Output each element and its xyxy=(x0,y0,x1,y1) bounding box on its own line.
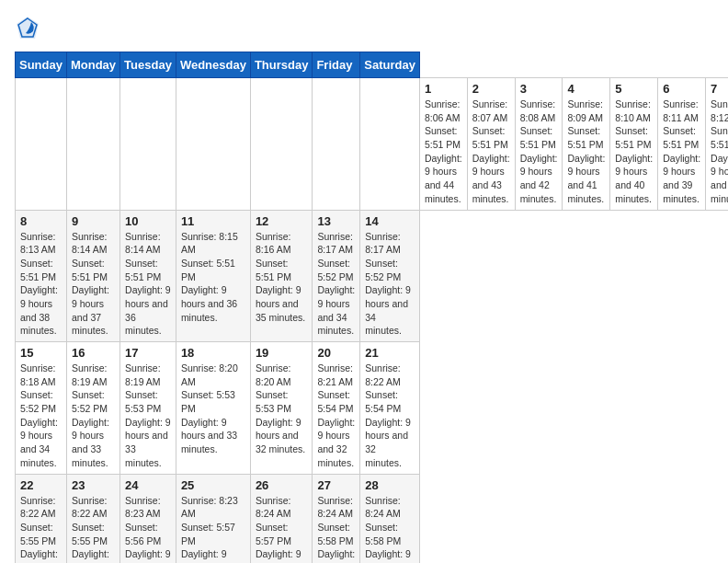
calendar-week-2: 8Sunrise: 8:13 AMSunset: 5:51 PMDaylight… xyxy=(16,210,729,342)
day-info: Sunrise: 8:22 AMSunset: 5:55 PMDaylight:… xyxy=(20,494,62,564)
day-info: Sunrise: 8:24 AMSunset: 5:58 PMDaylight:… xyxy=(317,494,355,564)
calendar-header-monday: Monday xyxy=(66,52,119,78)
day-number: 3 xyxy=(520,82,558,96)
day-info: Sunrise: 8:17 AMSunset: 5:52 PMDaylight:… xyxy=(317,230,355,339)
day-number: 21 xyxy=(365,346,415,360)
calendar-header-row: SundayMondayTuesdayWednesdayThursdayFrid… xyxy=(16,52,729,78)
calendar-day-7: 7Sunrise: 8:12 AMSunset: 5:51 PMDaylight… xyxy=(706,78,728,211)
day-info: Sunrise: 8:22 AMSunset: 5:54 PMDaylight:… xyxy=(365,362,415,470)
day-info: Sunrise: 8:23 AMSunset: 5:56 PMDaylight:… xyxy=(125,494,171,564)
day-number: 14 xyxy=(365,214,415,228)
day-info: Sunrise: 8:11 AMSunset: 5:51 PMDaylight:… xyxy=(663,98,700,206)
day-info: Sunrise: 8:22 AMSunset: 5:55 PMDaylight:… xyxy=(72,494,115,564)
day-info: Sunrise: 8:23 AMSunset: 5:57 PMDaylight:… xyxy=(181,494,245,564)
day-number: 7 xyxy=(711,82,728,96)
calendar-week-3: 15Sunrise: 8:18 AMSunset: 5:52 PMDayligh… xyxy=(16,342,729,475)
day-info: Sunrise: 8:24 AMSunset: 5:58 PMDaylight:… xyxy=(365,494,415,564)
day-info: Sunrise: 8:19 AMSunset: 5:52 PMDaylight:… xyxy=(72,362,115,470)
day-number: 12 xyxy=(256,214,308,228)
calendar-day-25: 25Sunrise: 8:23 AMSunset: 5:57 PMDayligh… xyxy=(176,474,250,563)
day-number: 17 xyxy=(125,346,171,360)
calendar-day-28: 28Sunrise: 8:24 AMSunset: 5:58 PMDayligh… xyxy=(360,474,420,563)
calendar-day-22: 22Sunrise: 8:22 AMSunset: 5:55 PMDayligh… xyxy=(16,474,67,563)
calendar-day-18: 18Sunrise: 8:20 AMSunset: 5:53 PMDayligh… xyxy=(176,342,250,475)
day-number: 13 xyxy=(317,214,355,228)
calendar-day-16: 16Sunrise: 8:19 AMSunset: 5:52 PMDayligh… xyxy=(66,342,119,475)
calendar-empty-cell xyxy=(250,78,313,211)
calendar-day-27: 27Sunrise: 8:24 AMSunset: 5:58 PMDayligh… xyxy=(313,474,360,563)
day-info: Sunrise: 8:15 AMSunset: 5:51 PMDaylight:… xyxy=(181,230,245,325)
calendar-table: SundayMondayTuesdayWednesdayThursdayFrid… xyxy=(15,52,728,563)
day-number: 6 xyxy=(663,82,700,96)
calendar-day-11: 11Sunrise: 8:15 AMSunset: 5:51 PMDayligh… xyxy=(176,210,250,342)
day-number: 25 xyxy=(181,478,245,492)
calendar-day-1: 1Sunrise: 8:06 AMSunset: 5:51 PMDaylight… xyxy=(419,78,467,211)
calendar-week-4: 22Sunrise: 8:22 AMSunset: 5:55 PMDayligh… xyxy=(16,474,729,563)
day-info: Sunrise: 8:14 AMSunset: 5:51 PMDaylight:… xyxy=(72,230,115,339)
day-number: 23 xyxy=(72,478,115,492)
day-number: 8 xyxy=(20,214,62,228)
calendar-day-26: 26Sunrise: 8:24 AMSunset: 5:57 PMDayligh… xyxy=(250,474,313,563)
day-number: 24 xyxy=(125,478,171,492)
day-info: Sunrise: 8:16 AMSunset: 5:51 PMDaylight:… xyxy=(256,230,308,325)
calendar-empty-cell xyxy=(66,78,119,211)
calendar-empty-cell xyxy=(16,78,67,211)
day-number: 18 xyxy=(181,346,245,360)
calendar-header-tuesday: Tuesday xyxy=(120,52,176,78)
calendar-header-sunday: Sunday xyxy=(16,52,67,78)
calendar-empty-cell xyxy=(176,78,250,211)
calendar-day-8: 8Sunrise: 8:13 AMSunset: 5:51 PMDaylight… xyxy=(16,210,67,342)
day-number: 27 xyxy=(317,478,355,492)
day-number: 4 xyxy=(567,82,605,96)
calendar-day-15: 15Sunrise: 8:18 AMSunset: 5:52 PMDayligh… xyxy=(16,342,67,475)
calendar-day-9: 9Sunrise: 8:14 AMSunset: 5:51 PMDaylight… xyxy=(66,210,119,342)
calendar-day-21: 21Sunrise: 8:22 AMSunset: 5:54 PMDayligh… xyxy=(360,342,420,475)
calendar-header-friday: Friday xyxy=(313,52,360,78)
day-info: Sunrise: 8:13 AMSunset: 5:51 PMDaylight:… xyxy=(20,230,62,339)
calendar-day-6: 6Sunrise: 8:11 AMSunset: 5:51 PMDaylight… xyxy=(658,78,706,211)
day-number: 2 xyxy=(472,82,510,96)
day-number: 15 xyxy=(20,346,62,360)
day-number: 16 xyxy=(72,346,115,360)
day-info: Sunrise: 8:07 AMSunset: 5:51 PMDaylight:… xyxy=(472,98,510,206)
day-info: Sunrise: 8:12 AMSunset: 5:51 PMDaylight:… xyxy=(711,98,728,206)
calendar-week-1: 1Sunrise: 8:06 AMSunset: 5:51 PMDaylight… xyxy=(16,78,729,211)
calendar-day-5: 5Sunrise: 8:10 AMSunset: 5:51 PMDaylight… xyxy=(610,78,658,211)
day-number: 1 xyxy=(425,82,462,96)
calendar-day-4: 4Sunrise: 8:09 AMSunset: 5:51 PMDaylight… xyxy=(563,78,610,211)
day-info: Sunrise: 8:10 AMSunset: 5:51 PMDaylight:… xyxy=(615,98,653,206)
day-number: 19 xyxy=(256,346,308,360)
day-info: Sunrise: 8:20 AMSunset: 5:53 PMDaylight:… xyxy=(181,362,245,456)
day-info: Sunrise: 8:20 AMSunset: 5:53 PMDaylight:… xyxy=(256,362,308,456)
calendar-day-17: 17Sunrise: 8:19 AMSunset: 5:53 PMDayligh… xyxy=(120,342,176,475)
calendar-empty-cell xyxy=(360,78,420,211)
day-number: 5 xyxy=(615,82,653,96)
day-number: 28 xyxy=(365,478,415,492)
day-number: 22 xyxy=(20,478,62,492)
day-info: Sunrise: 8:06 AMSunset: 5:51 PMDaylight:… xyxy=(425,98,462,206)
day-number: 10 xyxy=(125,214,171,228)
calendar-day-10: 10Sunrise: 8:14 AMSunset: 5:51 PMDayligh… xyxy=(120,210,176,342)
day-number: 20 xyxy=(317,346,355,360)
day-info: Sunrise: 8:09 AMSunset: 5:51 PMDaylight:… xyxy=(567,98,605,206)
day-info: Sunrise: 8:17 AMSunset: 5:52 PMDaylight:… xyxy=(365,230,415,339)
calendar-day-20: 20Sunrise: 8:21 AMSunset: 5:54 PMDayligh… xyxy=(313,342,360,475)
day-number: 9 xyxy=(72,214,115,228)
calendar-header-thursday: Thursday xyxy=(250,52,313,78)
day-number: 26 xyxy=(256,478,308,492)
calendar-day-12: 12Sunrise: 8:16 AMSunset: 5:51 PMDayligh… xyxy=(250,210,313,342)
calendar-day-24: 24Sunrise: 8:23 AMSunset: 5:56 PMDayligh… xyxy=(120,474,176,563)
day-info: Sunrise: 8:19 AMSunset: 5:53 PMDaylight:… xyxy=(125,362,171,470)
logo-icon xyxy=(15,15,40,40)
day-number: 11 xyxy=(181,214,245,228)
calendar-day-14: 14Sunrise: 8:17 AMSunset: 5:52 PMDayligh… xyxy=(360,210,420,342)
calendar-empty-cell xyxy=(313,78,360,211)
logo xyxy=(15,15,44,40)
day-info: Sunrise: 8:24 AMSunset: 5:57 PMDaylight:… xyxy=(256,494,308,564)
page-header xyxy=(15,15,713,40)
calendar-header-saturday: Saturday xyxy=(360,52,420,78)
calendar-empty-cell xyxy=(120,78,176,211)
calendar-day-19: 19Sunrise: 8:20 AMSunset: 5:53 PMDayligh… xyxy=(250,342,313,475)
calendar-day-2: 2Sunrise: 8:07 AMSunset: 5:51 PMDaylight… xyxy=(467,78,515,211)
day-info: Sunrise: 8:08 AMSunset: 5:51 PMDaylight:… xyxy=(520,98,558,206)
